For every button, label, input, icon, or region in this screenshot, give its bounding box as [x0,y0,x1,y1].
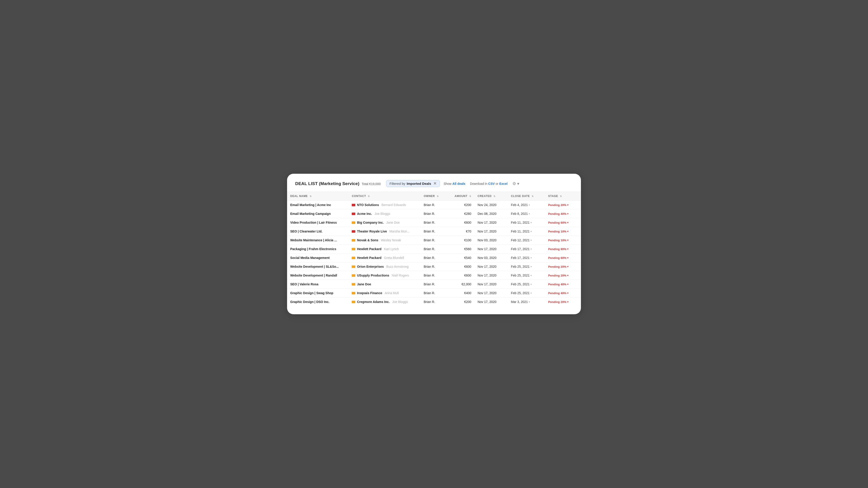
cell-close-date[interactable]: Feb 12, 2021 ▾ [508,236,545,245]
table-row[interactable]: Video Production | Lair FitnessBig Compa… [287,218,581,227]
contact-company: Iroqoais Finance [357,291,382,295]
cell-stage[interactable]: Pending 10% ▾ [545,236,581,245]
contact-company: USupply Productions [357,273,389,277]
sort-icon-stage: ⇅ [560,195,562,197]
cell-stage[interactable]: Pending 20% ▾ [545,271,581,280]
cell-close-date[interactable]: Feb 11, 2021 ▾ [508,227,545,236]
cell-created: Dec 08, 2020 [474,209,508,218]
col-header-amount[interactable]: AMOUNT ⇅ [449,192,474,201]
contact-person: Bernard Edwards [381,203,406,207]
cell-deal-name: Website Development | Randall [287,271,348,280]
table-row[interactable]: Email Marketing CampaignAcme Inc.Joe Blo… [287,209,581,218]
filter-close-button[interactable]: ✕ [433,182,436,186]
cell-owner: Brian R. [421,289,449,297]
cell-close-date[interactable]: Feb 8, 2021 ▾ [508,209,545,218]
col-header-close-date[interactable]: CLOSE DATE ⇅ [508,192,545,201]
flag-orange-icon [352,221,355,224]
cell-close-date[interactable]: Feb 25, 2021 ▾ [508,280,545,289]
cell-close-date[interactable]: Feb 4, 2021 ▾ [508,201,545,209]
cell-stage[interactable]: Pending 60% ▾ [545,254,581,262]
cell-close-date[interactable]: Feb 11, 2021 ▾ [508,218,545,227]
cell-deal-name: Email Marketing Campaign [287,209,348,218]
cell-close-date[interactable]: Feb 25, 2021 ▾ [508,289,545,297]
stage-label: Pending 40% ▾ [548,283,578,286]
contact-company: Novak & Sons [357,238,378,242]
cell-owner: Brian R. [421,209,449,218]
cell-created: Nov 17, 2020 [474,297,508,306]
table-row[interactable]: SEO | Valerie RosaJane DoeBrian R.€2,000… [287,280,581,289]
cell-contact: Acme Inc.Joe Bloggs [348,209,421,218]
cell-amount: €600 [449,262,474,271]
cell-created: Nov 03, 2020 [474,236,508,245]
col-header-owner[interactable]: OWNER ⇅ [421,192,449,201]
cell-stage[interactable]: Pending 10% ▾ [545,227,581,236]
deal-list-card: DEAL LIST (Marketing Service) Total €19,… [287,174,581,314]
flag-orange-icon [352,301,355,303]
cell-close-date[interactable]: Feb 17, 2021 ▾ [508,245,545,254]
cell-deal-name: Packaging | Frahm Electronics [287,245,348,254]
col-header-deal-name[interactable]: DEAL NAME ⇅ [287,192,348,201]
cell-stage[interactable]: Pending 20% ▾ [545,297,581,306]
contact-company: Hewlett Packard [357,247,381,251]
download-section: Download in CSV or Excel [470,182,508,186]
stage-label: Pending 10% ▾ [548,230,578,233]
contact-person: Jane Doe [386,221,400,224]
download-csv-link[interactable]: CSV [488,182,495,186]
table-row[interactable]: Packaging | Frahm ElectronicsHewlett Pac… [287,245,581,254]
sort-icon-deal: ⇅ [310,195,312,197]
table-row[interactable]: Graphic Design | Swag ShopIroqoais Finan… [287,289,581,297]
cell-deal-name: Graphic Design | Swag Shop [287,289,348,297]
sort-icon-created: ⇅ [493,195,495,197]
stage-label: Pending 40% ▾ [548,212,578,216]
close-date-chevron: ▾ [530,292,532,295]
stage-label: Pending 20% ▾ [548,300,578,304]
table-row[interactable]: Website Development | RandallUSupply Pro… [287,271,581,280]
cell-contact: Cregmore Adams Inc.Joe Bloggs [348,297,421,306]
cell-contact: Orion EnterprisesBuzz Armstrong [348,262,421,271]
cell-amount: €200 [449,201,474,209]
cell-stage[interactable]: Pending 40% ▾ [545,280,581,289]
settings-button[interactable]: ⚙ ▾ [511,181,521,187]
stage-chevron: ▾ [567,248,568,251]
cell-deal-name: SEO | Valerie Rosa [287,280,348,289]
col-header-contact[interactable]: CONTACT ⇅ [348,192,421,201]
cell-stage[interactable]: Pending 40% ▾ [545,289,581,297]
table-row[interactable]: Graphic Design | DSO Inc.Cregmore Adams … [287,297,581,306]
cell-deal-name: Video Production | Lair Fitness [287,218,348,227]
cell-stage[interactable]: Pending 20% ▾ [545,262,581,271]
cell-owner: Brian R. [421,227,449,236]
close-date-chevron: ▾ [530,283,532,286]
stage-chevron: ▾ [567,283,568,286]
cell-stage[interactable]: Pending 80% ▾ [545,245,581,254]
cell-contact: Jane Doe [348,280,421,289]
table-row[interactable]: SEO | Clearwater Ltd.Theater Royale Live… [287,227,581,236]
cell-close-date[interactable]: Feb 25, 2021 ▾ [508,262,545,271]
cell-owner: Brian R. [421,254,449,262]
stage-chevron: ▾ [567,239,568,242]
table-row[interactable]: Website Development | SL&So...Orion Ente… [287,262,581,271]
table-row[interactable]: Email Marketing | Acme IncNTO SolutionsB… [287,201,581,209]
cell-close-date[interactable]: Feb 25, 2021 ▾ [508,271,545,280]
cell-amount: €70 [449,227,474,236]
table-row[interactable]: Social Media ManagementHewlett PackardGr… [287,254,581,262]
stage-chevron: ▾ [567,265,568,268]
flag-orange-icon [352,283,355,286]
cell-stage[interactable]: Pending 20% ▾ [545,201,581,209]
col-header-stage[interactable]: STAGE ⇅ [545,192,581,201]
sort-icon-contact: ⇅ [368,195,370,197]
cell-close-date[interactable]: Mar 3, 2021 ▾ [508,297,545,306]
cell-stage[interactable]: Pending 60% ▾ [545,218,581,227]
sort-icon-amount: ⇅ [469,195,471,197]
close-date-chevron: ▾ [530,239,532,242]
stage-label: Pending 20% ▾ [548,265,578,268]
col-header-created[interactable]: CREATED ⇅ [474,192,508,201]
contact-person: Buzz Armstrong [386,265,409,268]
contact-company: NTO Solutions [357,203,379,207]
cell-stage[interactable]: Pending 40% ▾ [545,209,581,218]
cell-amount: €600 [449,218,474,227]
show-all-link[interactable]: All deals [452,182,465,186]
table-row[interactable]: Website Maintenance | Alicia ...Novak & … [287,236,581,245]
contact-person: Karl Lynch [384,247,399,251]
download-excel-link[interactable]: Excel [499,182,508,186]
cell-close-date[interactable]: Feb 17, 2021 ▾ [508,254,545,262]
